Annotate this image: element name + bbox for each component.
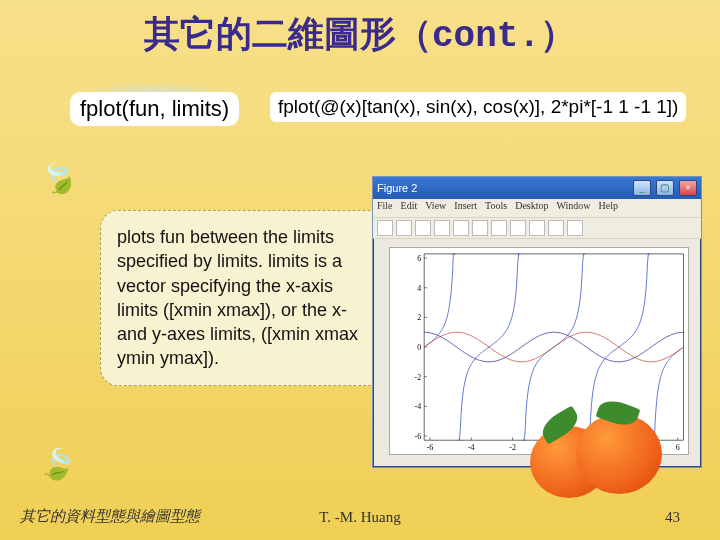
tool-icon[interactable] bbox=[510, 220, 526, 236]
tool-icon[interactable] bbox=[377, 220, 393, 236]
menu-item[interactable]: Tools bbox=[485, 200, 507, 216]
title-close: ） bbox=[540, 14, 576, 54]
fplot-signature: fplot(fun, limits) bbox=[70, 92, 239, 126]
menu-item[interactable]: Desktop bbox=[515, 200, 548, 216]
title-mono: cont. bbox=[432, 16, 540, 57]
toolbar[interactable] bbox=[373, 217, 701, 239]
figure-title: Figure 2 bbox=[377, 182, 417, 194]
tool-icon[interactable] bbox=[491, 220, 507, 236]
svg-text:-4: -4 bbox=[415, 402, 422, 411]
footer-center: T. -M. Huang bbox=[0, 509, 720, 526]
titlebar: Figure 2 _ ▢ × bbox=[373, 177, 701, 199]
tool-icon[interactable] bbox=[434, 220, 450, 236]
tool-icon[interactable] bbox=[396, 220, 412, 236]
svg-text:-6: -6 bbox=[415, 432, 422, 441]
menu-item[interactable]: Insert bbox=[454, 200, 477, 216]
tool-icon[interactable] bbox=[415, 220, 431, 236]
svg-text:-4: -4 bbox=[468, 443, 475, 452]
svg-text:4: 4 bbox=[417, 284, 421, 293]
svg-text:2: 2 bbox=[417, 313, 421, 322]
menu-item[interactable]: Edit bbox=[401, 200, 418, 216]
leaf-icon: 🍃 bbox=[37, 443, 80, 484]
tool-icon[interactable] bbox=[548, 220, 564, 236]
tool-icon[interactable] bbox=[529, 220, 545, 236]
maximize-button[interactable]: ▢ bbox=[656, 180, 674, 196]
svg-text:-6: -6 bbox=[427, 443, 434, 452]
footer-right: 43 bbox=[665, 509, 680, 526]
svg-text:6: 6 bbox=[417, 254, 421, 263]
fplot-example: fplot(@(x)[tan(x), sin(x), cos(x)], 2*pi… bbox=[270, 92, 686, 122]
svg-text:-2: -2 bbox=[415, 373, 422, 382]
tool-icon[interactable] bbox=[453, 220, 469, 236]
menu-item[interactable]: Window bbox=[557, 200, 591, 216]
window-buttons: _ ▢ × bbox=[631, 180, 697, 196]
leaf-icon: 🍃 bbox=[35, 155, 82, 201]
svg-text:0: 0 bbox=[417, 343, 421, 352]
menu-bar[interactable]: FileEditViewInsertToolsDesktopWindowHelp bbox=[373, 199, 701, 217]
tool-icon[interactable] bbox=[472, 220, 488, 236]
persimmon-decoration bbox=[530, 404, 660, 504]
close-button[interactable]: × bbox=[679, 180, 697, 196]
page-title: 其它的二維圖形（cont.） bbox=[0, 10, 720, 59]
description-box: plots fun between the limits specified b… bbox=[100, 210, 394, 386]
minimize-button[interactable]: _ bbox=[633, 180, 651, 196]
menu-item[interactable]: File bbox=[377, 200, 393, 216]
title-zh: 其它的二維圖形（ bbox=[144, 14, 432, 54]
svg-text:6: 6 bbox=[676, 443, 680, 452]
menu-item[interactable]: Help bbox=[599, 200, 618, 216]
slide: 其它的二維圖形（cont.） fplot(fun, limits) fplot(… bbox=[0, 0, 720, 540]
svg-text:-2: -2 bbox=[509, 443, 516, 452]
tool-icon[interactable] bbox=[567, 220, 583, 236]
menu-item[interactable]: View bbox=[425, 200, 446, 216]
